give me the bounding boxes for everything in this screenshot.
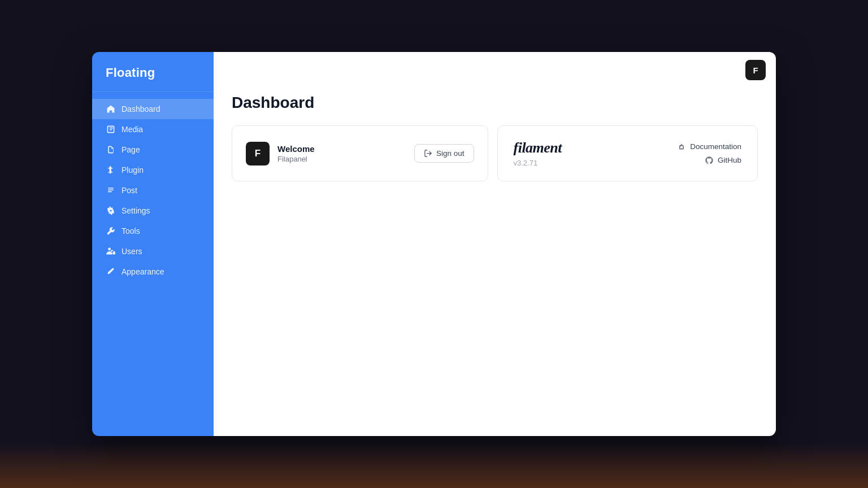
sign-out-button[interactable]: Sign out [414, 144, 474, 163]
users-icon [106, 246, 116, 256]
sidebar-item-label: Plugin [121, 165, 144, 175]
sidebar-header: Floating [92, 52, 214, 92]
sidebar-title: Floating [106, 66, 155, 80]
welcome-name: Welcome [277, 144, 315, 154]
user-avatar[interactable]: F [745, 60, 766, 80]
content-area: Dashboard F Welcome Filapanel [214, 88, 776, 436]
home-icon [106, 104, 116, 114]
tools-icon [106, 226, 116, 236]
sidebar-item-tools[interactable]: Tools [92, 221, 214, 241]
filament-logo: filament [514, 140, 562, 156]
page-icon [106, 145, 116, 155]
filament-version: v3.2.71 [514, 159, 562, 167]
sidebar-item-dashboard[interactable]: Dashboard [92, 99, 214, 119]
sidebar-item-page[interactable]: Page [92, 140, 214, 160]
github-link[interactable]: GitHub [705, 156, 741, 165]
plugin-icon [106, 165, 116, 175]
sidebar-item-settings[interactable]: Settings [92, 201, 214, 221]
sidebar-item-media[interactable]: Media [92, 119, 214, 140]
welcome-card: F Welcome Filapanel Sign out [232, 125, 488, 181]
sidebar-item-label: Dashboard [121, 104, 160, 114]
github-icon [705, 156, 714, 165]
sidebar: Floating Dashboard Media [92, 52, 214, 436]
sidebar-nav: Dashboard Media Page [92, 92, 214, 289]
filament-links: Documentation GitHub [677, 142, 741, 165]
cards-row: F Welcome Filapanel Sign out [232, 125, 758, 181]
sidebar-item-label: Tools [121, 226, 140, 236]
topbar: F [214, 52, 776, 88]
sidebar-item-label: Appearance [121, 267, 164, 276]
app-window: Floating Dashboard Media [92, 52, 776, 436]
filament-card: filament v3.2.71 Documentation [497, 125, 758, 181]
media-icon [106, 124, 116, 134]
sign-out-icon [424, 149, 432, 158]
sidebar-item-plugin[interactable]: Plugin [92, 160, 214, 180]
welcome-user: F Welcome Filapanel [246, 142, 315, 165]
sidebar-item-post[interactable]: Post [92, 180, 214, 201]
welcome-sub: Filapanel [277, 155, 315, 163]
post-icon [106, 185, 116, 195]
page-title: Dashboard [232, 94, 758, 112]
settings-icon [106, 206, 116, 216]
sidebar-item-label: Post [121, 186, 137, 195]
bottom-gradient [0, 443, 868, 488]
welcome-text: Welcome Filapanel [277, 144, 315, 163]
sidebar-item-users[interactable]: Users [92, 241, 214, 262]
sign-out-label: Sign out [436, 149, 465, 158]
sidebar-item-appearance[interactable]: Appearance [92, 262, 214, 282]
appearance-icon [106, 267, 116, 277]
documentation-link[interactable]: Documentation [677, 142, 741, 151]
sidebar-item-label: Users [121, 247, 142, 256]
sidebar-item-label: Media [121, 125, 143, 134]
welcome-avatar: F [246, 142, 270, 165]
documentation-icon [677, 142, 686, 151]
documentation-label: Documentation [690, 142, 741, 151]
github-label: GitHub [718, 156, 741, 164]
sidebar-item-label: Page [121, 145, 140, 154]
sidebar-item-label: Settings [121, 206, 150, 215]
main-content: F Dashboard F Welcome Filapanel [214, 52, 776, 436]
filament-brand: filament v3.2.71 [514, 140, 562, 167]
